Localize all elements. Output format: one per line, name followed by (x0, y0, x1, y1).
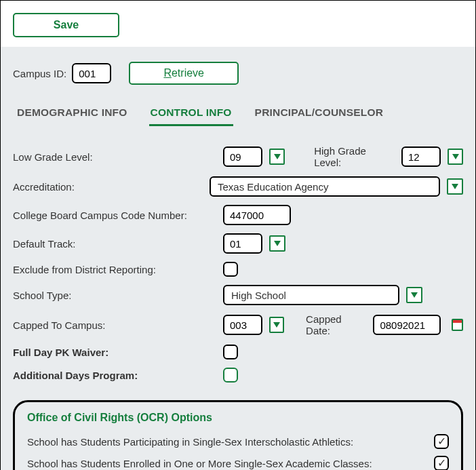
tabs: DEMOGRAPHIC INFO CONTROL INFO PRINCIPAL/… (13, 102, 463, 130)
top-bar: Save (1, 1, 475, 47)
row-school-type: School Type: High School (13, 281, 463, 309)
save-button[interactable]: Save (13, 13, 119, 37)
check-icon: ✓ (437, 458, 446, 469)
row-grade-levels: Low Grade Level: High Grade Level: (13, 141, 463, 172)
school-type-dropdown-button[interactable] (406, 287, 422, 303)
cb-code-input[interactable] (223, 205, 291, 225)
chevron-down-icon (452, 154, 459, 159)
row-accreditation: Accreditation: Texas Education Agency (13, 172, 463, 201)
retrieve-underline: R (163, 67, 172, 79)
capped-to-input[interactable] (223, 315, 262, 335)
full-day-pk-checkbox[interactable] (223, 345, 238, 359)
row-default-track: Default Track: (13, 229, 463, 258)
accreditation-select[interactable]: Texas Education Agency (210, 176, 440, 197)
chevron-down-icon (452, 184, 458, 189)
capped-to-dropdown-button[interactable] (269, 317, 284, 333)
campus-id-input[interactable] (72, 63, 111, 83)
row-full-day-pk: Full Day PK Waiver: (13, 340, 463, 364)
app-window: Save Campus ID: Retrieve DEMOGRAPHIC INF… (0, 0, 476, 470)
chevron-down-icon (273, 322, 280, 328)
campus-id-label: Campus ID: (13, 68, 66, 79)
low-grade-dropdown-button[interactable] (269, 149, 285, 165)
high-grade-label: High Grade Level: (314, 145, 392, 168)
ocr-options-box: Office of Civil Rights (OCR) Options Sch… (13, 400, 463, 470)
exclude-checkbox[interactable] (223, 262, 238, 277)
ocr-row-athletics: School has Students Participating in Sin… (27, 431, 449, 452)
row-cb-code: College Board Campus Code Number: (13, 201, 463, 229)
capped-date-label: Capped Date: (306, 313, 363, 336)
form-area: Campus ID: Retrieve DEMOGRAPHIC INFO CON… (1, 47, 475, 470)
tab-control-info[interactable]: CONTROL INFO (149, 102, 233, 126)
tab-principal-counselor[interactable]: PRINCIPAL/COUNSELOR (254, 102, 385, 126)
campus-row: Campus ID: Retrieve (13, 47, 463, 102)
row-exclude: Exclude from District Reporting: (13, 258, 463, 281)
additional-days-checkbox[interactable] (223, 368, 238, 383)
chevron-down-icon (274, 241, 281, 246)
ocr-row-classes: School has Students Enrolled in One or M… (27, 452, 449, 470)
school-type-label: School Type: (13, 290, 223, 301)
accreditation-label: Accreditation: (13, 181, 210, 193)
cb-code-label: College Board Campus Code Number: (13, 210, 223, 221)
capped-date-input[interactable] (373, 315, 441, 335)
row-capped: Capped To Campus: Capped Date: (13, 309, 463, 340)
school-type-select[interactable]: High School (223, 285, 399, 305)
default-track-label: Default Track: (13, 238, 223, 250)
ocr-classes-label: School has Students Enrolled in One or M… (27, 458, 434, 469)
calendar-icon[interactable] (452, 319, 463, 331)
chevron-down-icon (274, 154, 281, 159)
ocr-athletics-checkbox[interactable]: ✓ (434, 434, 449, 449)
ocr-athletics-label: School has Students Participating in Sin… (27, 436, 434, 448)
high-grade-dropdown-button[interactable] (448, 149, 463, 165)
ocr-classes-checkbox[interactable]: ✓ (434, 456, 449, 470)
high-grade-input[interactable] (401, 146, 441, 167)
tab-demographic-info[interactable]: DEMOGRAPHIC INFO (16, 102, 129, 126)
school-type-value: High School (231, 290, 394, 301)
svg-marker-2 (452, 184, 458, 189)
default-track-input[interactable] (223, 233, 262, 254)
capped-to-label: Capped To Campus: (13, 319, 223, 331)
row-additional-days: Additional Days Program: (13, 364, 463, 387)
retrieve-button[interactable]: Retrieve (129, 62, 239, 85)
svg-marker-1 (452, 154, 459, 159)
additional-days-label: Additional Days Program: (13, 370, 223, 381)
low-grade-input[interactable] (223, 146, 262, 167)
low-grade-label: Low Grade Level: (13, 151, 223, 163)
svg-marker-0 (274, 154, 281, 159)
accreditation-dropdown-button[interactable] (447, 178, 463, 195)
chevron-down-icon (411, 292, 418, 298)
retrieve-rest: etrieve (172, 67, 204, 79)
exclude-label: Exclude from District Reporting: (13, 264, 223, 275)
svg-marker-3 (274, 241, 281, 246)
svg-marker-5 (273, 322, 280, 328)
svg-marker-4 (411, 292, 418, 298)
default-track-dropdown-button[interactable] (269, 235, 285, 252)
check-icon: ✓ (437, 436, 446, 447)
ocr-title: Office of Civil Rights (OCR) Options (27, 412, 449, 424)
accreditation-value: Texas Education Agency (218, 181, 435, 193)
full-day-pk-label: Full Day PK Waiver: (13, 347, 223, 358)
